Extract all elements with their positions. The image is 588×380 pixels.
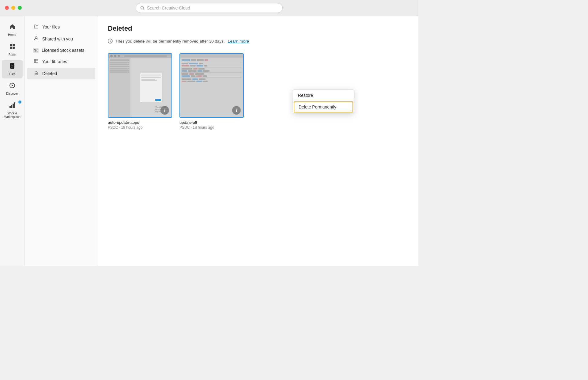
your-files-icon — [33, 24, 39, 30]
icon-sidebar: Home Apps Files — [0, 16, 24, 266]
info-text: Files you delete will be permanently rem… — [116, 39, 225, 44]
learn-more-link[interactable]: Learn more — [228, 39, 249, 44]
file-nav-shared-label: Shared with you — [42, 36, 73, 41]
sidebar-item-stock-label: Stock &Marketplace — [4, 112, 20, 119]
licensed-stock-icon: St — [33, 48, 39, 53]
deleted-icon — [33, 70, 39, 77]
file-nav-libraries-label: Your libraries — [42, 59, 67, 64]
close-button[interactable] — [5, 6, 9, 10]
file-nav-licensed-stock-label: Licensed Stock assets — [42, 48, 84, 53]
file-meta-2: PSDC · 18 hours ago — [179, 125, 244, 130]
file-meta-1: PSDC · 18 hours ago — [108, 125, 172, 130]
files-icon — [9, 63, 16, 71]
svg-rect-4 — [10, 47, 12, 49]
svg-point-31 — [164, 110, 165, 111]
svg-point-35 — [236, 111, 237, 112]
apps-icon — [9, 43, 16, 51]
svg-rect-17 — [14, 102, 15, 108]
shared-icon — [33, 36, 39, 42]
stock-icon: ! — [9, 102, 16, 110]
app-body: Home Apps Files — [0, 16, 418, 266]
file-nav-your-files[interactable]: Your files — [27, 21, 95, 33]
file-thumbnail-1: The quick brown fox jumps over the lazy … — [108, 53, 172, 118]
search-icon — [140, 6, 145, 10]
svg-point-11 — [12, 85, 13, 86]
file-sidebar: Your files Shared with you St Licensed S… — [24, 16, 98, 266]
svg-rect-3 — [13, 44, 15, 46]
sidebar-item-discover-label: Discover — [6, 92, 18, 96]
main-content: Deleted Files you delete will be permane… — [98, 16, 418, 266]
file-name-2: update-all — [179, 120, 244, 125]
svg-point-33 — [236, 109, 237, 110]
file-options-icon-2[interactable] — [232, 106, 241, 115]
svg-point-30 — [164, 109, 165, 110]
file-grid: The quick brown fox jumps over the lazy … — [108, 53, 409, 130]
file-nav-shared[interactable]: Shared with you — [27, 33, 95, 45]
svg-rect-19 — [34, 59, 38, 63]
discover-icon — [9, 82, 16, 91]
file-nav-your-files-label: Your files — [42, 25, 60, 29]
file-nav-libraries[interactable]: Your libraries — [27, 56, 95, 67]
svg-point-34 — [236, 110, 237, 111]
svg-rect-16 — [13, 104, 14, 108]
file-options-icon-1[interactable] — [160, 106, 169, 115]
info-banner: Files you delete will be permanently rem… — [108, 39, 409, 44]
svg-rect-7 — [11, 65, 13, 65]
context-menu-restore[interactable]: Restore — [293, 90, 354, 101]
svg-rect-15 — [11, 105, 12, 108]
minimize-button[interactable] — [11, 6, 15, 10]
file-nav-deleted-label: Deleted — [42, 71, 57, 76]
file-card-2[interactable]: update-all PSDC · 18 hours ago — [179, 53, 244, 130]
maximize-button[interactable] — [18, 6, 22, 10]
svg-rect-22 — [35, 72, 37, 75]
sidebar-item-home-label: Home — [8, 33, 16, 37]
sidebar-item-discover[interactable]: Discover — [2, 80, 23, 98]
search-placeholder-text: Search Creative Cloud — [147, 6, 190, 10]
info-icon — [108, 39, 113, 44]
sidebar-item-stock[interactable]: ! Stock &Marketplace — [2, 99, 23, 121]
sidebar-item-home[interactable]: Home — [2, 21, 23, 39]
sidebar-item-apps[interactable]: Apps — [2, 40, 23, 59]
search-bar[interactable]: Search Creative Cloud — [136, 3, 283, 13]
svg-rect-5 — [13, 47, 15, 49]
svg-rect-14 — [9, 106, 11, 108]
svg-point-29 — [110, 40, 111, 40]
context-menu-delete-permanently[interactable]: Delete Permanently — [294, 101, 353, 112]
svg-rect-2 — [10, 44, 12, 46]
svg-rect-9 — [11, 67, 13, 67]
svg-line-1 — [143, 9, 145, 10]
svg-rect-8 — [11, 66, 13, 66]
titlebar: Search Creative Cloud — [0, 0, 418, 16]
sidebar-item-apps-label: Apps — [9, 53, 16, 56]
traffic-lights — [5, 6, 22, 10]
sidebar-item-files-label: Files — [9, 72, 15, 76]
file-nav-licensed-stock[interactable]: St Licensed Stock assets — [27, 45, 95, 55]
file-card-1[interactable]: The quick brown fox jumps over the lazy … — [108, 53, 172, 130]
libraries-icon — [33, 59, 39, 65]
file-name-1: auto-update-apps — [108, 120, 172, 125]
file-nav-deleted[interactable]: Deleted — [27, 68, 95, 79]
home-icon — [9, 23, 16, 32]
page-title: Deleted — [108, 25, 409, 32]
file-thumbnail-2 — [179, 53, 244, 118]
sidebar-item-files[interactable]: Files — [2, 60, 23, 78]
context-menu: Restore Delete Permanently — [293, 89, 354, 113]
svg-point-32 — [164, 111, 165, 112]
